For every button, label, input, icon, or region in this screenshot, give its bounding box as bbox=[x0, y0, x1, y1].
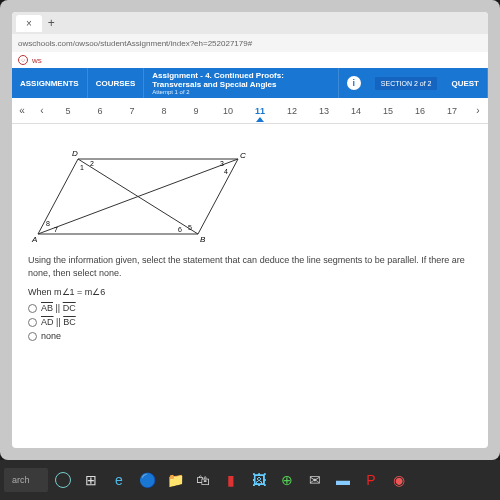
option-b-radio[interactable] bbox=[28, 318, 37, 327]
option-a[interactable]: AB || DC bbox=[28, 303, 472, 313]
assignment-title-cell: Assignment - 4. Continued Proofs: Transv… bbox=[144, 68, 339, 98]
pager-num-8[interactable]: 8 bbox=[148, 101, 180, 121]
edge-icon[interactable]: e bbox=[106, 467, 132, 493]
question-pager: « ‹ 567891011121314151617 › bbox=[12, 98, 488, 124]
pager-num-7[interactable]: 7 bbox=[116, 101, 148, 121]
geometry-figure: A B C D 1 2 3 4 5 6 7 8 bbox=[28, 144, 248, 244]
pager-num-5[interactable]: 5 bbox=[52, 101, 84, 121]
option-c[interactable]: none bbox=[28, 331, 472, 341]
vertex-b: B bbox=[200, 235, 206, 244]
nav-courses[interactable]: COURSES bbox=[88, 68, 145, 98]
photos-icon[interactable]: 🖼 bbox=[246, 467, 272, 493]
svg-text:3: 3 bbox=[220, 160, 224, 167]
url-text: owschools.com/owsoo/studentAssignment/in… bbox=[18, 39, 482, 48]
pager-num-12[interactable]: 12 bbox=[276, 101, 308, 121]
pager-num-15[interactable]: 15 bbox=[372, 101, 404, 121]
pager-num-9[interactable]: 9 bbox=[180, 101, 212, 121]
explorer-icon[interactable]: 📁 bbox=[162, 467, 188, 493]
windows-taskbar: arch ⊞ e 🔵 📁 🛍 ▮ 🖼 ⊕ ✉ ▬ P ◉ bbox=[0, 460, 500, 500]
app-icon-1[interactable]: ▮ bbox=[218, 467, 244, 493]
svg-text:1: 1 bbox=[80, 164, 84, 171]
app-icon-3[interactable]: ◉ bbox=[386, 467, 412, 493]
vertex-d: D bbox=[72, 149, 78, 158]
pager-num-6[interactable]: 6 bbox=[84, 101, 116, 121]
svg-text:5: 5 bbox=[188, 224, 192, 231]
option-a-radio[interactable] bbox=[28, 304, 37, 313]
pager-first-icon[interactable]: « bbox=[12, 105, 32, 116]
svg-text:2: 2 bbox=[90, 160, 94, 167]
section-button[interactable]: SECTION 2 of 2 bbox=[375, 77, 438, 90]
info-icon[interactable]: i bbox=[347, 76, 361, 90]
new-tab-icon[interactable]: + bbox=[48, 16, 55, 30]
pager-prev-icon[interactable]: ‹ bbox=[32, 105, 52, 116]
app-header: ○ ws bbox=[12, 52, 488, 68]
question-content: A B C D 1 2 3 4 5 6 7 8 Using the inform… bbox=[12, 124, 488, 359]
taskbar-search[interactable]: arch bbox=[4, 468, 48, 492]
svg-text:8: 8 bbox=[46, 220, 50, 227]
nav-questions[interactable]: QUEST bbox=[443, 68, 488, 98]
option-c-radio[interactable] bbox=[28, 332, 37, 341]
browser-tab[interactable]: × bbox=[16, 15, 42, 32]
task-view-icon[interactable]: ⊞ bbox=[78, 467, 104, 493]
address-bar[interactable]: owschools.com/owsoo/studentAssignment/in… bbox=[12, 34, 488, 52]
given-condition: When m∠1 = m∠6 bbox=[28, 287, 472, 297]
app-icon: ○ bbox=[18, 55, 28, 65]
pager-num-11[interactable]: 11 bbox=[244, 101, 276, 121]
pager-num-16[interactable]: 16 bbox=[404, 101, 436, 121]
tab-close-icon[interactable]: × bbox=[26, 18, 32, 29]
pager-next-icon[interactable]: › bbox=[468, 105, 488, 116]
cortana-icon[interactable] bbox=[50, 467, 76, 493]
tab-bar: × + bbox=[12, 12, 488, 34]
option-b[interactable]: AD || BC bbox=[28, 317, 472, 327]
pager-num-13[interactable]: 13 bbox=[308, 101, 340, 121]
xbox-icon[interactable]: ⊕ bbox=[274, 467, 300, 493]
mail-icon[interactable]: ✉ bbox=[302, 467, 328, 493]
store-icon[interactable]: 🛍 bbox=[190, 467, 216, 493]
app-icon-2[interactable]: ▬ bbox=[330, 467, 356, 493]
course-header: ASSIGNMENTS COURSES Assignment - 4. Cont… bbox=[12, 68, 488, 98]
svg-text:6: 6 bbox=[178, 226, 182, 233]
svg-line-2 bbox=[78, 159, 198, 234]
vertex-a: A bbox=[31, 235, 37, 244]
pager-num-10[interactable]: 10 bbox=[212, 101, 244, 121]
pinterest-icon[interactable]: P bbox=[358, 467, 384, 493]
chrome-icon[interactable]: 🔵 bbox=[134, 467, 160, 493]
question-prompt: Using the information given, select the … bbox=[28, 254, 472, 279]
svg-text:4: 4 bbox=[224, 168, 228, 175]
svg-text:7: 7 bbox=[54, 226, 58, 233]
vertex-c: C bbox=[240, 151, 246, 160]
pager-num-14[interactable]: 14 bbox=[340, 101, 372, 121]
pager-num-17[interactable]: 17 bbox=[436, 101, 468, 121]
app-name: ws bbox=[32, 56, 42, 65]
nav-assignments[interactable]: ASSIGNMENTS bbox=[12, 68, 88, 98]
